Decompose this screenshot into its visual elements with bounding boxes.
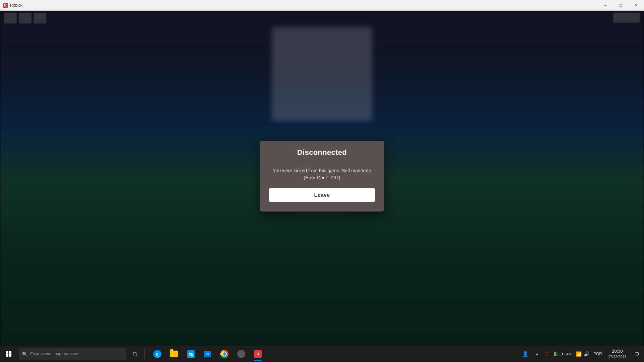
taskbar-apps: e 🛍 ✉ R: [149, 346, 266, 362]
roblox-icon: R: [254, 350, 262, 358]
notification-icon: 🗨: [634, 351, 639, 357]
search-placeholder-text: Escreva aqui para procurar: [30, 352, 79, 356]
security-icon: 🛡: [544, 351, 549, 357]
battery-tip: [562, 353, 563, 355]
app-icon: R: [3, 3, 8, 8]
battery-body: [554, 352, 561, 356]
leave-button[interactable]: Leave: [269, 188, 375, 202]
search-bar[interactable]: 🔍 Escreva aqui para procurar: [19, 348, 126, 360]
network-speaker-group[interactable]: 📶 🔊: [575, 346, 591, 362]
chrome-icon: [220, 350, 228, 358]
taskbar-app-generic[interactable]: [233, 346, 249, 362]
clock[interactable]: 20:30 17/12/2018: [605, 346, 630, 362]
close-button[interactable]: ✕: [629, 0, 644, 11]
generic-app-icon: [237, 350, 245, 358]
language-text: POR: [593, 352, 602, 356]
taskbar-separator: [144, 349, 145, 359]
minimize-button[interactable]: −: [598, 0, 613, 11]
taskbar-app-explorer[interactable]: [166, 346, 182, 362]
modal-backdrop: Disconnected You were kicked from this g…: [0, 0, 644, 362]
people-button[interactable]: 👤: [520, 346, 532, 362]
battery-percentage: 34%: [565, 352, 572, 356]
battery-tray-area[interactable]: 34%: [552, 346, 574, 362]
modal-message-line1: You were kicked from this game: Self mod…: [273, 168, 371, 173]
security-tray-icon[interactable]: 🛡: [542, 346, 551, 362]
taskbar-app-chrome[interactable]: [216, 346, 232, 362]
maximize-button[interactable]: □: [613, 0, 629, 11]
modal-message-line2: (Error Code: 267): [304, 175, 340, 180]
speaker-icon: 🔊: [584, 351, 589, 357]
window-title: Roblox: [10, 3, 22, 8]
modal-message: You were kicked from this game: Self mod…: [269, 167, 375, 181]
modal-title: Disconnected: [269, 148, 375, 157]
notification-center-button[interactable]: 🗨: [631, 346, 643, 362]
taskbar: 🔍 Escreva aqui para procurar ⧉ e 🛍 ✉: [0, 346, 644, 362]
network-icon: 📶: [576, 351, 582, 357]
store-icon: 🛍: [187, 350, 195, 358]
clock-date: 17/12/2018: [608, 354, 627, 359]
modal-divider: [269, 161, 375, 161]
system-tray: 👤 ∧ 🛡 34% 📶 🔊 POR 20:30: [520, 346, 644, 362]
taskbar-app-edge[interactable]: e: [149, 346, 165, 362]
tray-overflow-button[interactable]: ∧: [532, 346, 542, 362]
search-icon: 🔍: [22, 352, 28, 357]
taskbar-app-mail[interactable]: ✉: [200, 346, 216, 362]
clock-time: 20:30: [612, 349, 623, 354]
language-indicator[interactable]: POR: [591, 346, 604, 362]
title-bar: R Roblox − □ ✕: [0, 0, 644, 11]
title-bar-controls[interactable]: − □ ✕: [598, 0, 644, 11]
disconnected-modal: Disconnected You were kicked from this g…: [260, 141, 384, 212]
taskbar-app-store[interactable]: 🛍: [183, 346, 199, 362]
edge-icon: e: [153, 350, 161, 358]
windows-logo-icon: [6, 351, 11, 357]
battery-fill: [554, 352, 556, 356]
folder-icon: [170, 351, 178, 357]
task-view-button[interactable]: ⧉: [127, 346, 142, 362]
start-button[interactable]: [0, 346, 17, 362]
taskbar-app-roblox[interactable]: R: [250, 346, 266, 362]
title-bar-left: R Roblox: [0, 3, 22, 8]
mail-icon: ✉: [204, 351, 211, 357]
battery-icon: [554, 352, 563, 356]
